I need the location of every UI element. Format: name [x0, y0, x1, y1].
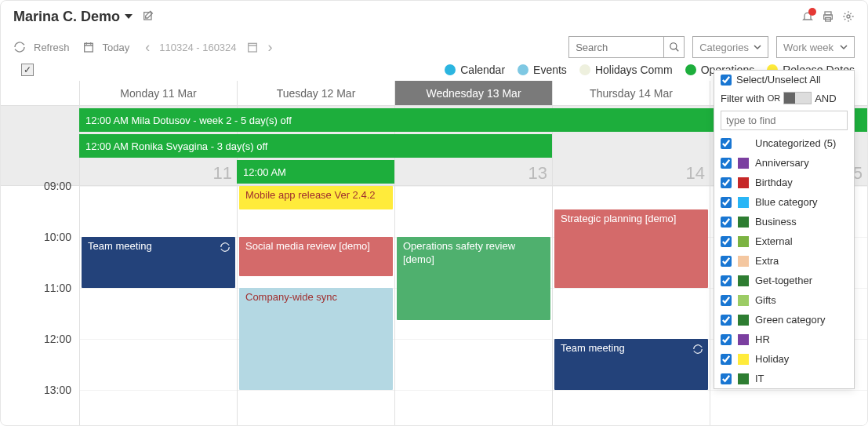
refresh-icon[interactable] [13, 41, 26, 53]
category-label: HR [755, 333, 770, 345]
category-checkbox[interactable] [721, 138, 732, 149]
categories-filter-panel: Select/Unselect All Filter with OR AND U… [714, 70, 855, 389]
filter-category-item[interactable]: Anniversary [714, 153, 854, 173]
legend-item[interactable]: Calendar [445, 64, 505, 76]
category-checkbox[interactable] [721, 177, 732, 188]
day-header[interactable]: Tuesday 12 Mar [238, 81, 394, 106]
allday-event[interactable]: 12:00 AM Ronika Svyagina - 3 day(s) off [79, 134, 552, 158]
select-unselect-all-checkbox[interactable] [721, 75, 732, 86]
legend-item[interactable]: Events [518, 64, 567, 76]
day-body[interactable]: Mobile app release Ver 2.4.2Social media… [238, 186, 394, 426]
category-checkbox[interactable] [721, 295, 732, 306]
calendar-event[interactable]: Company-wide sync [239, 288, 393, 390]
refresh-button[interactable]: Refresh [34, 42, 70, 53]
legend-dot [518, 64, 528, 75]
event-title: Team meeting [561, 342, 702, 355]
filter-category-item[interactable]: Gifts [714, 290, 854, 310]
day-column: Tuesday 12 Mar12Mobile app release Ver 2… [237, 81, 394, 426]
category-checkbox[interactable] [721, 373, 732, 384]
category-label: Holiday [755, 353, 789, 365]
category-swatch [738, 354, 749, 365]
select-all-checkbox[interactable]: ✓ [21, 64, 34, 76]
or-label: OR [768, 93, 781, 103]
notifications-icon[interactable] [801, 10, 814, 23]
calendar-event[interactable]: Operations safety review [demo] [397, 237, 550, 320]
select-all-label: Select/Unselect All [736, 74, 821, 86]
day-body[interactable]: Operations safety review [demo] [395, 186, 552, 426]
day-body[interactable]: Strategic planning [demo]Team meeting [553, 186, 710, 426]
settings-icon[interactable] [842, 10, 855, 23]
view-dropdown[interactable]: Work week [776, 36, 855, 58]
category-swatch [738, 236, 749, 247]
day-column: Monday 11 Mar11Team meeting [79, 81, 237, 426]
event-title: Operations safety review [demo] [403, 240, 544, 267]
event-title: Team meeting [88, 240, 229, 253]
category-checkbox[interactable] [721, 334, 732, 345]
day-header[interactable]: Thursday 14 Mar [553, 81, 710, 106]
category-label: IT [755, 373, 764, 384]
prev-button[interactable]: ‹ [145, 39, 150, 56]
filter-category-item[interactable]: Uncategorized (5) [714, 133, 854, 153]
category-label: Get-together [755, 275, 812, 286]
search-box[interactable] [568, 36, 685, 58]
today-icon[interactable] [82, 41, 95, 53]
category-checkbox[interactable] [721, 275, 732, 286]
filter-category-item[interactable]: Get-together [714, 271, 854, 290]
calendar-event[interactable]: Strategic planning [demo] [554, 209, 708, 288]
category-swatch [738, 217, 749, 228]
edit-icon[interactable] [142, 10, 154, 23]
day-number: 11 [213, 163, 232, 184]
time-label: 09:00 [44, 180, 71, 192]
calendar-event[interactable]: Mobile app release Ver 2.4.2 [239, 186, 393, 209]
category-checkbox[interactable] [721, 315, 732, 326]
legend-label: Calendar [460, 64, 505, 76]
filter-find-input[interactable] [721, 111, 848, 130]
filter-category-item[interactable]: HR [714, 330, 854, 349]
calendar-event[interactable]: Team meeting [82, 237, 235, 288]
category-swatch [738, 138, 749, 149]
allday-event[interactable]: 12:00 AM [237, 160, 394, 184]
category-label: Uncategorized (5) [755, 137, 836, 149]
filter-category-item[interactable]: IT [714, 369, 854, 388]
title-dropdown-icon[interactable] [125, 14, 133, 19]
category-label: Anniversary [755, 157, 809, 169]
search-input[interactable] [569, 37, 663, 57]
filter-category-item[interactable]: Extra [714, 251, 854, 271]
event-title: Mobile app release Ver 2.4.2 [245, 189, 387, 202]
category-checkbox[interactable] [721, 158, 732, 169]
print-icon[interactable] [822, 10, 834, 23]
filter-category-item[interactable]: Green category [714, 310, 854, 330]
legend-item[interactable]: Holidays Comm [579, 64, 673, 76]
category-checkbox[interactable] [721, 217, 732, 228]
page-title: Marina C. Demo [13, 9, 120, 25]
filter-category-item[interactable]: Blue category [714, 192, 854, 212]
category-checkbox[interactable] [721, 197, 732, 208]
filter-with-label: Filter with [721, 93, 764, 104]
today-button[interactable]: Today [103, 42, 130, 53]
time-label: 12:00 [44, 333, 71, 345]
filter-category-item[interactable]: Birthday [714, 173, 854, 192]
category-checkbox[interactable] [721, 256, 732, 267]
search-button[interactable] [663, 37, 684, 57]
day-header[interactable]: Wednesday 13 Mar [395, 81, 552, 106]
category-checkbox[interactable] [721, 236, 732, 247]
svg-point-4 [847, 15, 850, 18]
day-body[interactable]: Team meeting [80, 186, 237, 426]
next-button[interactable]: › [268, 39, 273, 56]
and-or-toggle[interactable] [783, 92, 812, 104]
category-swatch [738, 256, 749, 267]
filter-category-item[interactable]: Business [714, 212, 854, 231]
filter-category-item[interactable]: Holiday [714, 349, 854, 369]
calendar-event[interactable]: Team meeting [554, 339, 708, 390]
date-picker-icon[interactable] [246, 41, 259, 53]
recurring-icon [220, 242, 231, 255]
category-label: Birthday [755, 177, 793, 188]
filter-category-item[interactable]: External [714, 231, 854, 251]
categories-dropdown[interactable]: Categories [692, 36, 768, 58]
category-checkbox[interactable] [721, 354, 732, 365]
calendar-event[interactable]: Social media review [demo] [239, 237, 393, 276]
svg-point-7 [670, 43, 676, 49]
recurring-icon [692, 344, 703, 357]
day-header[interactable]: Monday 11 Mar [80, 81, 237, 106]
event-title: Strategic planning [demo] [561, 213, 702, 226]
